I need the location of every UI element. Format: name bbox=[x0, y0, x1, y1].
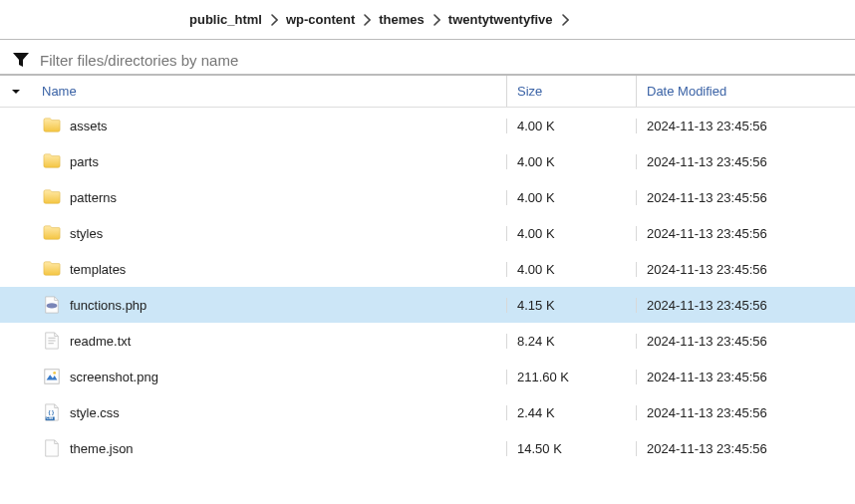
cell-name: theme.json bbox=[32, 438, 506, 458]
file-row[interactable]: readme.txt8.24 K2024-11-13 23:45:56 bbox=[0, 323, 855, 359]
column-header-name[interactable]: Name bbox=[32, 76, 506, 107]
filter-icon bbox=[12, 51, 30, 69]
cell-name: patterns bbox=[32, 187, 506, 207]
chevron-right-icon bbox=[270, 14, 278, 26]
folder-icon bbox=[42, 116, 62, 135]
breadcrumb-item[interactable]: public_html bbox=[189, 12, 262, 27]
file-row[interactable]: screenshot.png211.60 K2024-11-13 23:45:5… bbox=[0, 359, 855, 394]
file-name: templates bbox=[70, 262, 126, 277]
filter-input[interactable] bbox=[38, 51, 855, 70]
cell-size: 4.00 K bbox=[506, 119, 636, 133]
cell-size: 4.00 K bbox=[506, 190, 636, 205]
cell-name: style.css bbox=[32, 402, 506, 422]
file-name: patterns bbox=[70, 190, 117, 205]
cell-size: 4.15 K bbox=[506, 298, 636, 313]
cell-size: 211.60 K bbox=[506, 370, 636, 384]
cell-name: styles bbox=[32, 223, 506, 243]
chevron-right-icon bbox=[432, 14, 440, 26]
cell-name: parts bbox=[32, 151, 506, 171]
folder-row[interactable]: styles4.00 K2024-11-13 23:45:56 bbox=[0, 215, 855, 251]
png-icon bbox=[42, 367, 62, 386]
table-header: Name Size Date Modified bbox=[0, 76, 855, 108]
chevron-right-icon bbox=[561, 14, 569, 26]
file-name: parts bbox=[70, 154, 99, 169]
file-row[interactable]: style.css2.44 K2024-11-13 23:45:56 bbox=[0, 394, 855, 430]
css-icon bbox=[42, 402, 62, 422]
txt-icon bbox=[42, 331, 62, 351]
breadcrumb-item[interactable]: wp-content bbox=[286, 12, 355, 27]
cell-date: 2024-11-13 23:45:56 bbox=[636, 190, 855, 205]
file-name: styles bbox=[70, 226, 103, 241]
cell-name: readme.txt bbox=[32, 331, 506, 351]
cell-name: functions.php bbox=[32, 295, 506, 315]
file-name: functions.php bbox=[70, 298, 146, 313]
filter-bar bbox=[0, 40, 855, 76]
file-name: style.css bbox=[70, 405, 120, 420]
column-header-size[interactable]: Size bbox=[506, 76, 636, 107]
file-row[interactable]: functions.php4.15 K2024-11-13 23:45:56 bbox=[0, 287, 855, 323]
cell-name: assets bbox=[32, 116, 506, 135]
cell-date: 2024-11-13 23:45:56 bbox=[636, 154, 855, 169]
file-name: theme.json bbox=[70, 441, 134, 456]
cell-size: 4.00 K bbox=[506, 154, 636, 169]
php-icon bbox=[42, 295, 62, 315]
folder-row[interactable]: patterns4.00 K2024-11-13 23:45:56 bbox=[0, 179, 855, 215]
file-name: assets bbox=[70, 119, 108, 133]
cell-date: 2024-11-13 23:45:56 bbox=[636, 298, 855, 313]
folder-row[interactable]: assets4.00 K2024-11-13 23:45:56 bbox=[0, 108, 855, 143]
breadcrumb-item[interactable]: themes bbox=[379, 12, 425, 27]
folder-row[interactable]: parts4.00 K2024-11-13 23:45:56 bbox=[0, 143, 855, 179]
json-icon bbox=[42, 438, 62, 458]
cell-date: 2024-11-13 23:45:56 bbox=[636, 262, 855, 277]
cell-date: 2024-11-13 23:45:56 bbox=[636, 226, 855, 241]
cell-date: 2024-11-13 23:45:56 bbox=[636, 405, 855, 420]
cell-name: templates bbox=[32, 259, 506, 279]
folder-icon bbox=[42, 259, 62, 279]
cell-date: 2024-11-13 23:45:56 bbox=[636, 441, 855, 456]
folder-row[interactable]: templates4.00 K2024-11-13 23:45:56 bbox=[0, 251, 855, 287]
cell-size: 4.00 K bbox=[506, 226, 636, 241]
file-list: assets4.00 K2024-11-13 23:45:56parts4.00… bbox=[0, 108, 855, 466]
cell-date: 2024-11-13 23:45:56 bbox=[636, 370, 855, 384]
file-name: screenshot.png bbox=[70, 370, 158, 384]
file-name: readme.txt bbox=[70, 334, 131, 349]
chevron-right-icon bbox=[363, 14, 371, 26]
folder-icon bbox=[42, 223, 62, 243]
column-header-date[interactable]: Date Modified bbox=[636, 76, 855, 107]
cell-date: 2024-11-13 23:45:56 bbox=[636, 119, 855, 133]
cell-size: 4.00 K bbox=[506, 262, 636, 277]
folder-icon bbox=[42, 151, 62, 171]
file-row[interactable]: theme.json14.50 K2024-11-13 23:45:56 bbox=[0, 430, 855, 466]
cell-size: 8.24 K bbox=[506, 334, 636, 349]
cell-name: screenshot.png bbox=[32, 367, 506, 386]
cell-size: 2.44 K bbox=[506, 405, 636, 420]
breadcrumb-item[interactable]: twentytwentyfive bbox=[448, 12, 553, 27]
cell-size: 14.50 K bbox=[506, 441, 636, 456]
select-all-menu[interactable] bbox=[0, 87, 32, 97]
cell-date: 2024-11-13 23:45:56 bbox=[636, 334, 855, 349]
folder-icon bbox=[42, 187, 62, 207]
breadcrumb: public_html wp-content themes twentytwen… bbox=[0, 0, 855, 40]
